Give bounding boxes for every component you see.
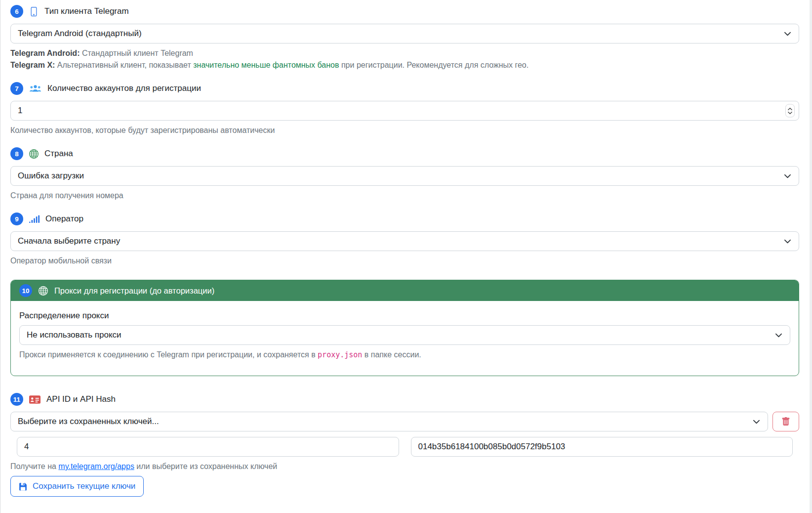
section-title: Прокси для регистрации (до авторизации): [54, 286, 214, 296]
help-bold-android: Telegram Android:: [10, 49, 80, 57]
operator-selected-value: Сначала выберите страну: [18, 236, 120, 246]
proxy-json-code: proxy.json: [318, 350, 362, 359]
proxy-distribution-label: Распределение прокси: [19, 311, 790, 321]
step-badge-6: 6: [10, 5, 23, 18]
section-header: 7 Количество аккаунтов для регистрации: [10, 82, 799, 95]
step-badge-9: 9: [10, 213, 23, 225]
api-hash-input[interactable]: [411, 437, 793, 457]
phone-icon: [29, 7, 39, 16]
api-credentials-row: [10, 437, 799, 457]
saved-keys-selected-value: Выберите из сохраненных ключей...: [18, 417, 159, 427]
number-stepper[interactable]: [785, 104, 795, 118]
help-text-android: Стандартный клиент Telegram: [80, 49, 193, 57]
save-icon: [19, 482, 27, 491]
signal-bars-icon: [29, 215, 40, 223]
save-keys-label: Сохранить текущие ключи: [33, 481, 135, 491]
help-text-x-post: при регистрации. Рекомендуется для сложн…: [339, 61, 528, 69]
api-keys-select-row: Выберите из сохраненных ключей...: [10, 412, 799, 431]
help-text-x-pre: Альтернативный клиент, показывает: [55, 61, 193, 69]
trash-icon: [781, 417, 790, 426]
chevron-down-icon: [753, 418, 760, 426]
proxy-card-body: Распределение прокси Не использовать про…: [11, 301, 799, 376]
chevron-down-icon: [775, 332, 782, 339]
step-badge-8: 8: [10, 147, 23, 160]
operator-select[interactable]: Сначала выберите страну: [10, 231, 799, 251]
api-help-post: или выберите из сохраненных ключей: [134, 462, 277, 470]
saved-keys-select[interactable]: Выберите из сохраненных ключей...: [10, 412, 768, 431]
proxy-card: 10 Прокси для регистрации (до авторизаци…: [10, 280, 799, 376]
help-text-x-highlight: значительно меньше фантомных банов: [193, 61, 339, 69]
client-type-selected-value: Telegram Android (стандартный): [18, 29, 142, 39]
proxy-card-header: 10 Прокси для регистрации (до авторизаци…: [11, 280, 799, 301]
section-accounts-count: 7 Количество аккаунтов для регистрации К…: [10, 82, 799, 136]
id-card-icon: [29, 395, 41, 404]
proxy-help: Прокси применяется к соединению с Telegr…: [19, 349, 790, 361]
section-header: 8 Страна: [10, 147, 799, 160]
help-line-android: Telegram Android: Стандартный клиент Tel…: [10, 47, 799, 59]
globe-icon: [39, 286, 48, 296]
country-selected-value: Ошибка загрузки: [18, 171, 84, 181]
stepper-up-icon: [788, 107, 792, 110]
section-title: Количество аккаунтов для регистрации: [47, 84, 201, 93]
step-badge-7: 7: [10, 82, 23, 95]
help-bold-x: Telegram X:: [10, 61, 55, 69]
api-help-pre: Получите на: [10, 462, 58, 470]
section-header: 9 Оператор: [10, 213, 799, 225]
chevron-down-icon: [784, 30, 791, 38]
accounts-count-field: [10, 101, 799, 121]
scrollbar[interactable]: [810, 0, 812, 513]
registration-form: 6 Тип клиента Telegram Telegram Android …: [0, 0, 812, 497]
client-type-help: Telegram Android: Стандартный клиент Tel…: [10, 47, 799, 71]
proxy-select[interactable]: Не использовать прокси: [19, 325, 790, 345]
api-keys-help: Получите на my.telegram.org/apps или выб…: [10, 462, 799, 471]
telegram-apps-link[interactable]: my.telegram.org/apps: [58, 462, 134, 470]
globe-icon: [29, 149, 39, 159]
section-client-type: 6 Тип клиента Telegram Telegram Android …: [10, 5, 799, 71]
country-help: Страна для получения номера: [10, 190, 799, 202]
country-select[interactable]: Ошибка загрузки: [10, 166, 799, 186]
section-title: Тип клиента Telegram: [44, 6, 129, 16]
client-type-select[interactable]: Telegram Android (стандартный): [10, 24, 799, 43]
section-country: 8 Страна Ошибка загрузки Страна для полу…: [10, 147, 799, 202]
accounts-count-help: Количество аккаунтов, которые будут заре…: [10, 125, 799, 136]
help-line-telegram-x: Telegram X: Альтернативный клиент, показ…: [10, 59, 799, 71]
save-keys-button[interactable]: Сохранить текущие ключи: [10, 476, 144, 497]
delete-key-button[interactable]: [772, 412, 799, 431]
proxy-selected-value: Не использовать прокси: [27, 330, 122, 340]
section-title: API ID и API Hash: [46, 394, 116, 404]
chevron-down-icon: [784, 172, 791, 180]
step-badge-10: 10: [19, 284, 32, 297]
section-api-keys: 11 API ID и API Hash Выберите из сохране…: [10, 393, 799, 497]
stepper-down-icon: [788, 111, 792, 114]
proxy-help-post: в папке сессии.: [362, 350, 421, 359]
section-operator: 9 Оператор Сначала выберите страну Опера…: [10, 213, 799, 267]
section-title: Страна: [44, 149, 73, 159]
api-id-input[interactable]: [17, 437, 399, 457]
accounts-count-input[interactable]: [18, 106, 777, 116]
users-icon: [29, 85, 41, 93]
chevron-down-icon: [784, 238, 791, 245]
section-header: 11 API ID и API Hash: [10, 393, 799, 406]
operator-help: Оператор мобильной связи: [10, 255, 799, 267]
section-header: 6 Тип клиента Telegram: [10, 5, 799, 18]
section-title: Оператор: [45, 214, 83, 224]
proxy-help-pre: Прокси применяется к соединению с Telegr…: [19, 350, 318, 359]
step-badge-11: 11: [10, 393, 23, 406]
